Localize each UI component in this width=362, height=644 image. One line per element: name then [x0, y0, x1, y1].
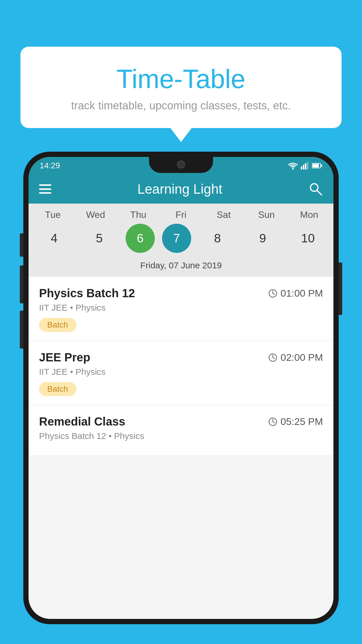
item-3-header: Remedial Class 05:25 PM	[39, 415, 323, 428]
item-1-batch-badge: Batch	[39, 318, 76, 332]
bubble-subtitle: track timetable, upcoming classes, tests…	[35, 99, 327, 112]
svg-point-0	[292, 168, 294, 169]
item-1-time: 01:00 PM	[280, 288, 323, 299]
schedule-item-1[interactable]: Physics Batch 12 01:00 PM IIT JEE • Phys…	[29, 277, 333, 341]
item-3-subtitle: Physics Batch 12 • Physics	[39, 431, 323, 441]
item-3-time-container: 05:25 PM	[268, 416, 323, 427]
side-btn-volume-down	[20, 311, 23, 349]
selected-date-label: Friday, 07 June 2019	[29, 258, 333, 277]
schedule-item-3[interactable]: Remedial Class 05:25 PM Physics Batch 12…	[29, 405, 333, 455]
speech-bubble: Time-Table track timetable, upcoming cla…	[20, 47, 342, 128]
schedule-list: Physics Batch 12 01:00 PM IIT JEE • Phys…	[29, 277, 333, 455]
item-2-time: 02:00 PM	[280, 352, 323, 363]
side-btn-left	[20, 233, 23, 257]
search-icon[interactable]	[308, 182, 323, 196]
date-6-today[interactable]: 6	[126, 224, 155, 253]
svg-line-15	[273, 358, 275, 359]
signal-icon	[301, 162, 309, 169]
side-btn-power	[339, 262, 342, 315]
item-2-time-container: 02:00 PM	[268, 352, 323, 363]
status-icons	[288, 162, 322, 169]
date-9[interactable]: 9	[244, 224, 282, 253]
phone-frame: 14:29	[23, 152, 339, 624]
calendar-strip: Tue Wed Thu Fri Sat Sun Mon 4 5 6 7 8 9 …	[29, 204, 333, 277]
clock-icon-2	[268, 353, 277, 362]
side-btn-volume-up	[20, 265, 23, 303]
day-label-wed: Wed	[77, 209, 115, 220]
item-1-subtitle: IIT JEE • Physics	[39, 303, 323, 313]
item-2-name: JEE Prep	[39, 351, 90, 364]
day-label-sat: Sat	[205, 209, 243, 220]
speech-bubble-container: Time-Table track timetable, upcoming cla…	[20, 47, 342, 128]
date-4[interactable]: 4	[35, 224, 73, 253]
day-label-fri: Fri	[162, 209, 200, 220]
svg-rect-1	[301, 167, 302, 169]
dates-row: 4 5 6 7 8 9 10	[29, 224, 333, 253]
clock-icon-3	[268, 417, 277, 426]
app-bar: Learning Light	[29, 174, 333, 204]
menu-line-3	[39, 192, 51, 194]
item-1-time-container: 01:00 PM	[268, 288, 323, 299]
svg-rect-7	[321, 164, 322, 167]
wifi-icon	[288, 162, 298, 169]
app-title: Learning Light	[51, 181, 308, 197]
svg-line-12	[273, 293, 275, 295]
svg-rect-4	[307, 162, 308, 169]
item-1-name: Physics Batch 12	[39, 287, 135, 300]
svg-rect-3	[305, 163, 306, 169]
days-header: Tue Wed Thu Fri Sat Sun Mon	[29, 209, 333, 220]
svg-line-18	[273, 422, 275, 423]
clock-icon-1	[268, 289, 277, 298]
item-2-subtitle: IIT JEE • Physics	[39, 367, 323, 377]
svg-line-9	[317, 190, 321, 195]
camera-dot	[177, 160, 185, 169]
item-2-header: JEE Prep 02:00 PM	[39, 351, 323, 364]
day-label-tue: Tue	[34, 209, 72, 220]
date-5[interactable]: 5	[80, 224, 118, 253]
item-1-header: Physics Batch 12 01:00 PM	[39, 287, 323, 300]
item-2-batch-badge: Batch	[39, 382, 76, 396]
svg-rect-6	[312, 164, 319, 167]
menu-line-1	[39, 184, 51, 186]
svg-rect-2	[303, 165, 304, 169]
menu-line-2	[39, 188, 51, 190]
item-3-name: Remedial Class	[39, 415, 125, 428]
status-time: 14:29	[40, 161, 60, 170]
day-label-mon: Mon	[290, 209, 328, 220]
phone-screen: 14:29	[29, 157, 333, 619]
bubble-title: Time-Table	[35, 64, 327, 94]
date-10[interactable]: 10	[289, 224, 327, 253]
date-8[interactable]: 8	[198, 224, 236, 253]
battery-icon	[312, 162, 322, 169]
day-label-sun: Sun	[247, 209, 285, 220]
phone-container: 14:29	[23, 152, 339, 644]
date-7-selected[interactable]: 7	[162, 224, 191, 253]
menu-icon[interactable]	[39, 184, 51, 194]
schedule-item-2[interactable]: JEE Prep 02:00 PM IIT JEE • Physics Batc…	[29, 341, 333, 405]
day-label-thu: Thu	[119, 209, 157, 220]
item-3-time: 05:25 PM	[280, 416, 323, 427]
